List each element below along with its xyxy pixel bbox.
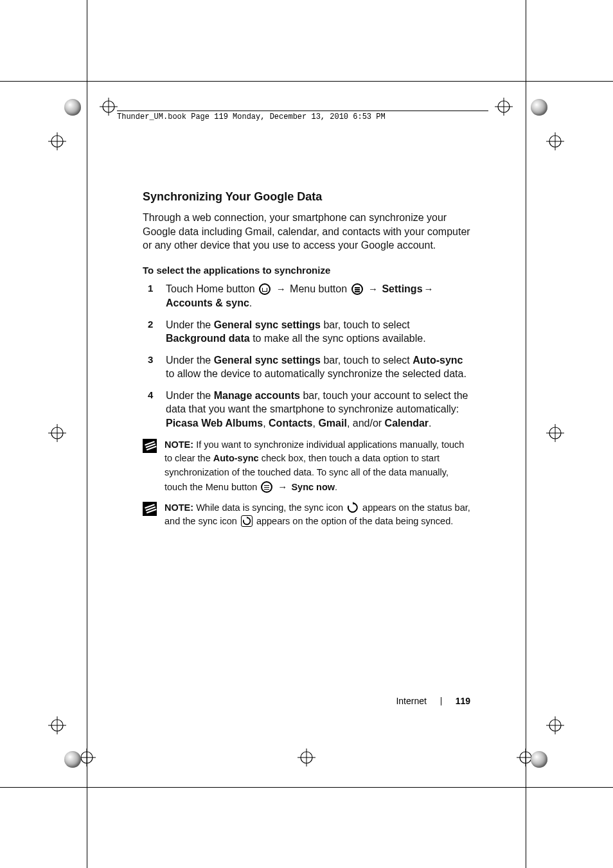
- crop-line: [87, 0, 87, 868]
- note-text-bold: Sync now: [291, 482, 335, 492]
- intro-paragraph: Through a web connection, your smartphon…: [143, 211, 470, 252]
- arrow-icon: →: [424, 283, 434, 296]
- step-text-bold: Auto-sync: [413, 355, 463, 366]
- footer-separator: [441, 697, 441, 705]
- step-text-bold: Picasa Web Albums: [166, 418, 263, 429]
- note-1: NOTE: If you want to synchronize individ…: [143, 438, 470, 495]
- step-text-bold: Background data: [166, 333, 250, 344]
- note-icon: [143, 439, 157, 453]
- print-mark-icon: [64, 751, 81, 768]
- step-text-bold: Calendar: [385, 418, 429, 429]
- sync-statusbar-icon: [347, 502, 359, 513]
- procedure-steps: Touch Home button → Menu button → Settin…: [143, 282, 470, 430]
- note-icon: [143, 502, 157, 516]
- step-2: Under the General sync settings bar, tou…: [143, 318, 470, 346]
- step-text: Under the: [166, 319, 214, 330]
- step-text: Under the: [166, 390, 214, 401]
- note-lead: NOTE:: [164, 502, 193, 513]
- page-content: Synchronizing Your Google Data Through a…: [143, 189, 470, 529]
- step-text: bar, touch to select: [321, 319, 410, 330]
- footer-section: Internet: [396, 696, 426, 706]
- arrow-icon: →: [276, 283, 286, 296]
- step-text: bar, touch to select: [321, 355, 413, 366]
- registration-mark-icon: [546, 132, 564, 150]
- print-mark-icon: [531, 99, 547, 116]
- registration-mark-icon: [546, 716, 564, 734]
- arrow-icon: →: [278, 480, 287, 495]
- arrow-icon: →: [368, 283, 378, 296]
- step-text-bold: Contacts: [269, 418, 312, 429]
- step-3: Under the General sync settings bar, tou…: [143, 353, 470, 381]
- step-text-bold: Manage accounts: [214, 390, 300, 401]
- step-text: .: [429, 418, 431, 429]
- note-2: NOTE: While data is syncing, the sync ic…: [143, 501, 470, 529]
- home-button-icon: [259, 283, 271, 295]
- step-text: Under the: [166, 355, 214, 366]
- step-text-bold: General sync settings: [214, 319, 321, 330]
- registration-mark-icon: [298, 748, 315, 766]
- page-number: 119: [456, 696, 470, 706]
- registration-mark-icon: [48, 132, 66, 150]
- note-lead: NOTE:: [164, 439, 193, 450]
- note-body: NOTE: While data is syncing, the sync ic…: [164, 501, 470, 529]
- note-text: While data is syncing, the sync icon: [193, 502, 346, 513]
- step-4: Under the Manage accounts bar, touch you…: [143, 389, 470, 430]
- crop-line: [526, 0, 526, 868]
- document-page: { "header": { "running_head": "Thunder_U…: [0, 0, 613, 868]
- registration-mark-icon: [48, 424, 66, 442]
- print-mark-icon: [531, 751, 547, 768]
- sync-option-icon: [241, 515, 253, 527]
- step-1: Touch Home button → Menu button → Settin…: [143, 282, 470, 310]
- step-text: ,: [263, 418, 269, 429]
- step-text-bold: General sync settings: [214, 355, 321, 366]
- step-text: to allow the device to automatically syn…: [166, 368, 466, 379]
- registration-mark-icon: [495, 98, 513, 116]
- registration-mark-icon: [546, 424, 564, 442]
- note-body: NOTE: If you want to synchronize individ…: [164, 438, 470, 495]
- registration-mark-icon: [100, 98, 118, 116]
- page-footer: Internet 119: [143, 696, 470, 706]
- step-text-bold: Settings: [382, 283, 422, 294]
- step-text: Touch Home button: [166, 283, 258, 294]
- step-text: Menu button: [290, 283, 350, 294]
- step-text: , and/or: [347, 418, 385, 429]
- registration-mark-icon: [48, 716, 66, 734]
- step-text: to make all the sync options available.: [250, 333, 426, 344]
- menu-button-icon: [351, 283, 363, 295]
- section-title: Synchronizing Your Google Data: [143, 189, 470, 204]
- running-head-text: Thunder_UM.book Page 119 Monday, Decembe…: [117, 112, 386, 121]
- menu-button-icon: [261, 481, 272, 493]
- crop-line: [0, 787, 613, 788]
- step-text: .: [249, 297, 252, 308]
- note-text: .: [335, 482, 337, 492]
- procedure-subhead: To select the applications to synchroniz…: [143, 264, 470, 277]
- note-text: appears on the option of the data being …: [256, 516, 453, 526]
- crop-line: [0, 81, 613, 82]
- note-text-bold: Auto-sync: [213, 453, 259, 463]
- running-head: Thunder_UM.book Page 119 Monday, Decembe…: [117, 111, 488, 121]
- step-text-bold: Accounts & sync: [166, 297, 249, 308]
- step-text-bold: Gmail: [318, 418, 346, 429]
- print-mark-icon: [64, 99, 81, 116]
